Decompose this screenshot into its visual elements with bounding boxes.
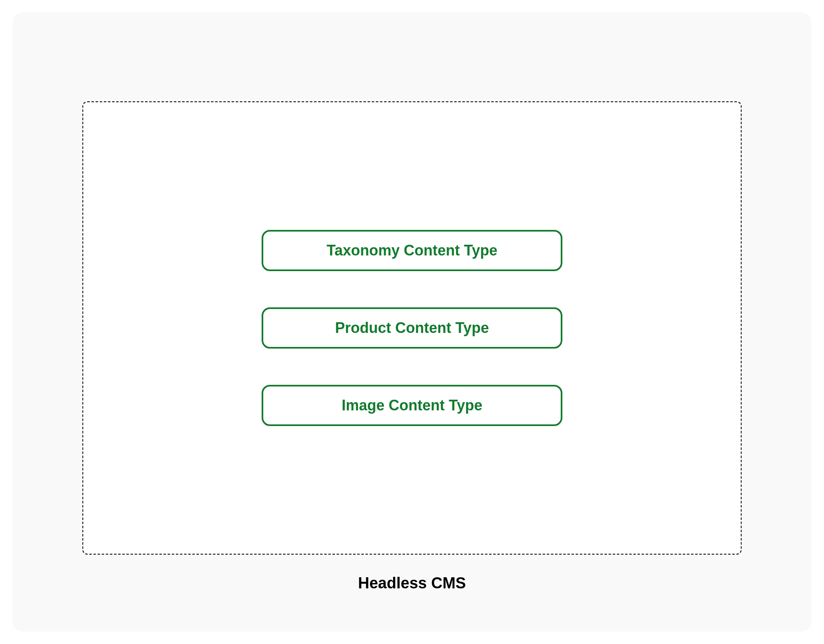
- content-type-label: Taxonomy Content Type: [327, 242, 498, 259]
- content-type-label: Image Content Type: [342, 397, 482, 414]
- container-label: Headless CMS: [358, 574, 466, 592]
- content-type-image: Image Content Type: [262, 385, 562, 426]
- diagram-canvas: Taxonomy Content Type Product Content Ty…: [12, 12, 812, 632]
- content-type-label: Product Content Type: [335, 319, 489, 337]
- content-type-product: Product Content Type: [262, 307, 562, 349]
- content-type-taxonomy: Taxonomy Content Type: [262, 230, 562, 271]
- cms-container: Taxonomy Content Type Product Content Ty…: [82, 101, 742, 555]
